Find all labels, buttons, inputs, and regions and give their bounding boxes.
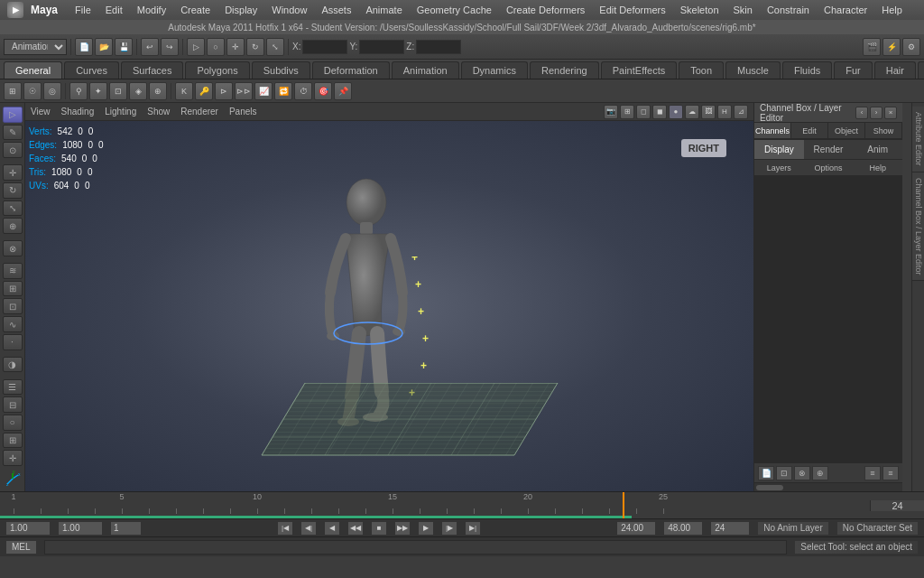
open-btn[interactable]: 📂 bbox=[95, 38, 113, 56]
show-manip[interactable]: ⊗ bbox=[3, 240, 23, 256]
move-tool[interactable]: ✛ bbox=[3, 164, 23, 181]
axis-tool[interactable]: ✛ bbox=[3, 450, 23, 466]
move-btn[interactable]: ✛ bbox=[226, 38, 245, 56]
layer-tool-3[interactable]: ⊗ bbox=[794, 466, 810, 480]
shelf-btn-6[interactable]: ⊡ bbox=[109, 82, 127, 100]
goto-end-btn[interactable]: ▶| bbox=[465, 521, 481, 536]
layer-tab-anim[interactable]: Anim bbox=[853, 140, 902, 159]
render-tool[interactable]: ◑ bbox=[3, 357, 23, 373]
menu-window[interactable]: Window bbox=[265, 3, 313, 17]
layer-tool-new[interactable]: 📄 bbox=[758, 466, 774, 480]
universal-tool[interactable]: ⊕ bbox=[3, 218, 23, 234]
no-char-set-label[interactable]: No Character Set bbox=[836, 521, 919, 536]
current-frame-field[interactable] bbox=[5, 521, 51, 536]
undo-btn[interactable]: ↩ bbox=[141, 38, 159, 56]
select-btn[interactable]: ▷ bbox=[187, 38, 205, 56]
shelf-anim-2[interactable]: 🔑 bbox=[195, 82, 213, 100]
shelf-anim-3[interactable]: ⊳ bbox=[215, 82, 233, 100]
new-btn[interactable]: 📄 bbox=[75, 38, 93, 56]
tab-subdivs[interactable]: Subdivs bbox=[252, 61, 310, 79]
layer-sub-options[interactable]: Options bbox=[804, 160, 854, 175]
snap-grid[interactable]: ⊡ bbox=[3, 298, 23, 314]
command-input[interactable] bbox=[44, 540, 788, 555]
layer-tab-render[interactable]: Render bbox=[804, 140, 854, 159]
shelf-btn-7[interactable]: ◈ bbox=[129, 82, 147, 100]
lasso-btn[interactable]: ○ bbox=[207, 38, 225, 56]
prev-key-btn[interactable]: ◀| bbox=[300, 521, 317, 536]
layer-tool-5[interactable]: ≡ bbox=[864, 466, 881, 480]
layer-tool-6[interactable]: ≡ bbox=[882, 466, 899, 480]
tab-curves[interactable]: Curves bbox=[64, 61, 119, 79]
tab-fluids[interactable]: Fluids bbox=[782, 61, 832, 79]
cb-tab-edit[interactable]: Edit bbox=[791, 123, 828, 138]
tab-animation[interactable]: Animation bbox=[392, 61, 459, 79]
viewport[interactable]: Verts: 542 0 0 Edges: 1080 0 0 Faces: 54… bbox=[25, 121, 753, 491]
vp-smooth-btn[interactable]: ◼ bbox=[652, 105, 667, 119]
tab-polygons[interactable]: Polygons bbox=[185, 61, 249, 79]
menu-constrain[interactable]: Constrain bbox=[761, 3, 816, 17]
scale-tool[interactable]: ⤡ bbox=[3, 200, 23, 217]
frame-num-field[interactable] bbox=[110, 521, 142, 536]
redo-btn[interactable]: ↪ bbox=[161, 38, 179, 56]
tab-deformation[interactable]: Deformation bbox=[312, 61, 390, 79]
snap-point[interactable]: · bbox=[3, 334, 23, 350]
shelf-anim-5[interactable]: 📈 bbox=[254, 82, 273, 100]
vp-panels[interactable]: Panels bbox=[229, 107, 257, 117]
vp-cam-btn[interactable]: 📷 bbox=[604, 105, 618, 119]
settings-btn[interactable]: ⚙ bbox=[902, 38, 920, 56]
rotate-btn[interactable]: ↻ bbox=[246, 38, 264, 56]
select-tool[interactable]: ▷ bbox=[3, 107, 23, 123]
shelf-btn-1[interactable]: ⊞ bbox=[4, 82, 22, 100]
menu-skin[interactable]: Skin bbox=[727, 3, 759, 17]
mel-button[interactable]: MEL bbox=[5, 540, 37, 555]
vp-hud-btn[interactable]: H bbox=[717, 105, 732, 119]
side-tab-attribute[interactable]: Attribute Editor bbox=[912, 107, 925, 172]
prev-frame-btn[interactable]: ◀ bbox=[324, 521, 340, 536]
vp-iso-btn[interactable]: ⊿ bbox=[734, 105, 748, 119]
save-btn[interactable]: 💾 bbox=[115, 38, 133, 56]
menu-help[interactable]: Help bbox=[875, 3, 909, 17]
circle-tool[interactable]: ○ bbox=[3, 415, 23, 431]
tab-ncloth[interactable]: nCloth bbox=[918, 61, 924, 79]
next-key-btn[interactable]: |▶ bbox=[441, 521, 457, 536]
menu-geocache[interactable]: Geometry Cache bbox=[411, 3, 498, 17]
vp-renderer[interactable]: Renderer bbox=[180, 107, 218, 117]
stop-btn[interactable]: ■ bbox=[371, 521, 387, 536]
menu-edit-def[interactable]: Edit Deformers bbox=[593, 3, 671, 17]
mode-dropdown[interactable]: Animation Modeling Rigging bbox=[4, 39, 67, 55]
paint-tool[interactable]: ✎ bbox=[3, 125, 23, 141]
shelf-anim-9[interactable]: 📌 bbox=[334, 82, 352, 100]
vp-show[interactable]: Show bbox=[147, 107, 170, 117]
tab-fur[interactable]: Fur bbox=[834, 61, 873, 79]
cb-tab-show[interactable]: Show bbox=[865, 123, 902, 138]
layer-tool-4[interactable]: ⊕ bbox=[812, 466, 828, 480]
grid-tool[interactable]: ⊞ bbox=[3, 433, 23, 449]
shelf-anim-8[interactable]: 🎯 bbox=[314, 82, 332, 100]
vp-shading[interactable]: Shading bbox=[61, 107, 95, 117]
layer-tool[interactable]: ☰ bbox=[3, 379, 23, 396]
scale-btn[interactable]: ⤡ bbox=[266, 38, 284, 56]
next-frame-btn[interactable]: ▶ bbox=[418, 521, 434, 536]
shelf-btn-5[interactable]: ✦ bbox=[89, 82, 107, 100]
menu-create-def[interactable]: Create Deformers bbox=[500, 3, 591, 17]
scroll-thumb[interactable] bbox=[756, 485, 783, 490]
layer-sub-layers[interactable]: Layers bbox=[754, 160, 804, 175]
scale-x-field[interactable] bbox=[58, 521, 103, 536]
ipr-btn[interactable]: ⚡ bbox=[882, 38, 901, 56]
timeline-playhead[interactable] bbox=[623, 492, 624, 519]
goto-start-btn[interactable]: |◀ bbox=[277, 521, 293, 536]
cb-tab-object[interactable]: Object bbox=[828, 123, 865, 138]
menu-animate[interactable]: Animate bbox=[359, 3, 408, 17]
menu-display[interactable]: Display bbox=[218, 3, 263, 17]
soft-select[interactable]: ≋ bbox=[3, 263, 23, 279]
vp-grid-btn[interactable]: ⊞ bbox=[620, 105, 634, 119]
region-cut[interactable]: ⊞ bbox=[3, 281, 23, 297]
sculpt-tool[interactable]: ⊙ bbox=[3, 142, 23, 158]
shelf-anim-6[interactable]: 🔁 bbox=[274, 82, 292, 100]
shelf-btn-4[interactable]: ⚲ bbox=[69, 82, 88, 100]
range-start-field[interactable] bbox=[616, 521, 656, 536]
tab-muscle[interactable]: Muscle bbox=[725, 61, 781, 79]
coord-x-input[interactable] bbox=[302, 40, 347, 54]
play-fwd-btn[interactable]: ▶▶ bbox=[394, 521, 411, 536]
menu-character[interactable]: Character bbox=[818, 3, 873, 17]
